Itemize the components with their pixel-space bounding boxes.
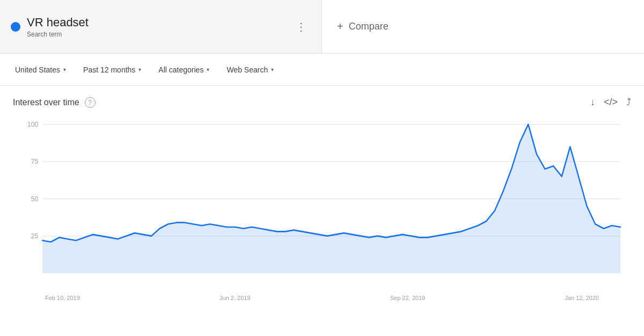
svg-text:50: 50 (31, 195, 38, 202)
time-range-filter[interactable]: Past 12 months ▾ (77, 61, 148, 78)
compare-label: Compare (349, 21, 389, 32)
search-type-arrow: ▾ (271, 67, 274, 72)
search-term-info: VR headset Search term (27, 16, 89, 38)
share-icon[interactable]: ⤴ (626, 97, 631, 108)
svg-text:100: 100 (27, 121, 38, 128)
time-range-arrow: ▾ (138, 67, 141, 72)
x-label-4: Jan 12, 2020 (565, 295, 599, 301)
x-label-2: Jun 2, 2019 (219, 295, 251, 301)
search-term-card: VR headset Search term ⋮ (0, 0, 322, 53)
category-arrow: ▾ (207, 67, 209, 72)
filters-bar: United States ▾ Past 12 months ▾ All cat… (0, 54, 644, 86)
region-filter[interactable]: United States ▾ (9, 61, 72, 78)
x-label-1: Feb 10, 2019 (45, 295, 80, 301)
chart-section: Interest over time ? ↓ </> ⤴ 100755025 F… (0, 86, 644, 301)
region-label: United States (15, 65, 60, 74)
compare-button[interactable]: + Compare (322, 0, 404, 53)
chart-svg: 100755025 (13, 119, 631, 290)
search-type-filter[interactable]: Web Search ▾ (220, 61, 280, 78)
x-label-3: Sep 22, 2019 (390, 295, 425, 301)
help-icon[interactable]: ? (85, 97, 96, 108)
region-arrow: ▾ (63, 67, 66, 72)
search-term-title: VR headset (27, 16, 89, 30)
svg-text:75: 75 (31, 158, 38, 165)
svg-text:25: 25 (31, 232, 38, 240)
category-label: All categories (158, 65, 203, 74)
search-term-type: Search term (27, 31, 62, 38)
compare-plus-icon: + (337, 20, 343, 33)
more-options-button[interactable]: ⋮ (291, 18, 311, 35)
search-type-label: Web Search (226, 65, 268, 74)
chart-actions: ↓ </> ⤴ (590, 97, 631, 108)
category-filter[interactable]: All categories ▾ (152, 61, 216, 78)
chart-area: 100755025 (13, 119, 631, 290)
chart-title: Interest over time (13, 98, 79, 107)
embed-icon[interactable]: </> (604, 97, 618, 108)
download-icon[interactable]: ↓ (590, 97, 595, 108)
chart-header: Interest over time ? ↓ </> ⤴ (13, 97, 631, 108)
time-range-label: Past 12 months (83, 65, 135, 74)
x-axis-labels: Feb 10, 2019 Jun 2, 2019 Sep 22, 2019 Ja… (13, 290, 631, 301)
search-term-dot (11, 22, 20, 32)
